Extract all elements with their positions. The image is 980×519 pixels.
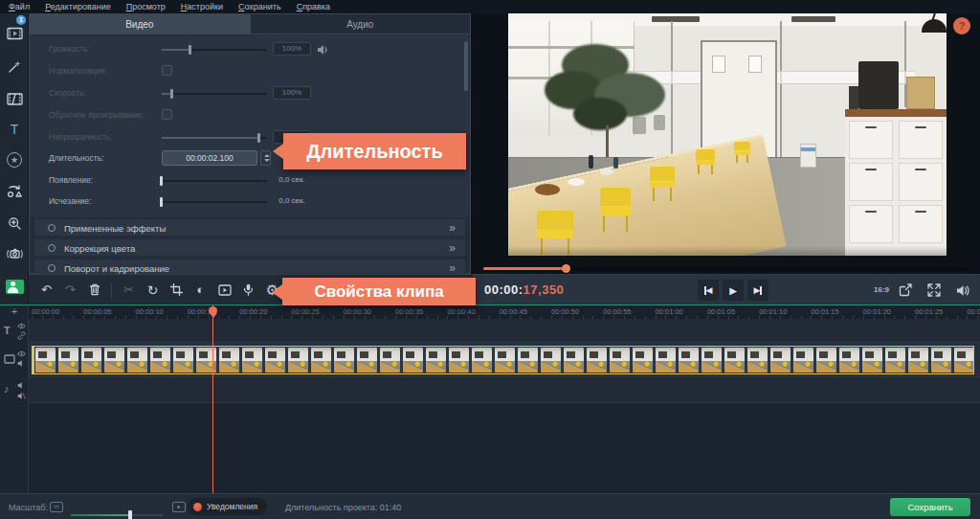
zoom-out-icon[interactable]: ▭	[50, 502, 63, 512]
zoom-slider-handle[interactable]	[128, 510, 132, 519]
volume-button[interactable]	[956, 283, 970, 301]
capture-button[interactable]	[0, 239, 29, 268]
clip-thumbnail[interactable]	[656, 348, 676, 372]
transition-wizard-button[interactable]	[214, 280, 234, 300]
clip-thumbnail[interactable]	[908, 348, 928, 372]
tab-audio[interactable]: Аудио	[251, 14, 471, 34]
speaker-icon[interactable]	[17, 359, 26, 368]
pan-zoom-button[interactable]	[0, 209, 29, 237]
menu-help[interactable]: Справка	[297, 2, 330, 11]
fullscreen-button[interactable]	[927, 283, 941, 301]
speed-slider[interactable]	[162, 93, 267, 95]
clip-thumbnail[interactable]	[587, 348, 607, 372]
notifications-button[interactable]: Уведомления	[188, 498, 267, 515]
aspect-ratio-button[interactable]: 16:9	[874, 285, 889, 294]
crop-button[interactable]	[167, 280, 187, 300]
menu-file[interactable]: Файл	[9, 2, 30, 11]
clip-thumbnail[interactable]	[127, 348, 147, 372]
clip-thumbnail[interactable]	[747, 348, 768, 372]
mute-button[interactable]	[317, 42, 330, 56]
transitions-button[interactable]	[0, 84, 29, 113]
clip-thumbnail[interactable]	[472, 348, 492, 372]
clip-thumbnail[interactable]	[150, 348, 170, 372]
record-voice-button[interactable]	[238, 280, 258, 300]
menu-view[interactable]: Просмотр	[126, 2, 166, 11]
reverse-checkbox[interactable]	[162, 109, 172, 120]
import-media-button[interactable]: 1	[0, 19, 29, 48]
clip-thumbnail[interactable]	[931, 348, 951, 372]
filters-button[interactable]	[0, 52, 29, 80]
cut-button[interactable]: ✂	[119, 280, 139, 300]
clip-thumbnail[interactable]	[449, 348, 469, 372]
menu-edit[interactable]: Редактирование	[45, 2, 111, 11]
title-track-lane[interactable]	[29, 319, 980, 343]
clip-thumbnail[interactable]	[104, 348, 124, 372]
prev-frame-button[interactable]: ◀	[698, 280, 719, 301]
callouts-button[interactable]	[0, 177, 29, 206]
clip-thumbnail[interactable]	[426, 348, 446, 372]
clip-thumbnail[interactable]	[793, 348, 813, 372]
rotate-button[interactable]: ↻	[143, 280, 163, 300]
stickers-button[interactable]: ★	[0, 146, 29, 174]
help-button[interactable]: ?	[953, 17, 970, 34]
tab-video[interactable]: Видео	[30, 14, 251, 34]
play-button[interactable]: ▶	[723, 280, 744, 301]
redo-button[interactable]: ↷	[60, 280, 80, 300]
chroma-key-button[interactable]	[0, 272, 29, 301]
clip-thumbnail[interactable]	[495, 348, 515, 372]
clip-thumbnail[interactable]	[380, 348, 400, 372]
audio-track-lane[interactable]	[29, 377, 980, 403]
color-adjustments-button[interactable]: ◐	[190, 280, 211, 300]
clip-thumbnail[interactable]	[564, 348, 584, 372]
clip-filmstrip[interactable]	[32, 346, 974, 374]
seek-bar[interactable]	[483, 264, 968, 272]
timeline-zoom-slider[interactable]	[71, 514, 163, 516]
clip-thumbnail[interactable]	[724, 348, 745, 372]
duration-input[interactable]: 00:00:02.100	[162, 150, 257, 166]
section-applied-effects[interactable]: Примененные эффекты »	[33, 218, 466, 237]
clip-thumbnail[interactable]	[265, 348, 285, 372]
clip-thumbnail[interactable]	[403, 348, 423, 372]
clip-thumbnail[interactable]	[58, 348, 78, 372]
fade-in-slider[interactable]	[162, 180, 267, 182]
clip-thumbnail[interactable]	[610, 348, 630, 372]
menu-save[interactable]: Сохранить	[238, 2, 281, 11]
clip-thumbnail[interactable]	[81, 348, 101, 372]
link-icon[interactable]	[17, 331, 26, 340]
clip-thumbnail[interactable]	[679, 348, 699, 372]
clip-thumbnail[interactable]	[357, 348, 377, 372]
playhead[interactable]	[212, 305, 213, 494]
clip-thumbnail[interactable]	[954, 348, 974, 372]
clip-thumbnail[interactable]	[839, 348, 859, 372]
clip-thumbnail[interactable]	[885, 348, 905, 372]
next-frame-button[interactable]: ▶	[747, 280, 768, 301]
seek-handle[interactable]	[562, 264, 570, 273]
clip-thumbnail[interactable]	[862, 348, 882, 372]
clip-thumbnail[interactable]	[518, 348, 538, 372]
clip-thumbnail[interactable]	[334, 348, 354, 372]
clip-thumbnail[interactable]	[242, 348, 262, 372]
clip-thumbnail[interactable]	[219, 348, 239, 372]
clip-thumbnail[interactable]	[35, 348, 56, 372]
muted-speaker-icon[interactable]	[17, 392, 26, 400]
clip-thumbnail[interactable]	[702, 348, 722, 372]
volume-slider[interactable]	[162, 49, 267, 51]
delete-button[interactable]	[84, 280, 104, 300]
clip-thumbnail[interactable]	[541, 348, 561, 372]
save-button[interactable]: Сохранить	[890, 498, 970, 516]
add-track-button[interactable]: +	[0, 305, 29, 319]
eye-icon[interactable]	[17, 323, 26, 329]
titles-button[interactable]: T	[0, 115, 29, 144]
clip-thumbnail[interactable]	[816, 348, 836, 372]
clip-thumbnail[interactable]	[311, 348, 331, 372]
fade-out-slider[interactable]	[162, 201, 267, 203]
clip-thumbnail[interactable]	[173, 348, 193, 372]
fit-project-icon[interactable]: ▸	[172, 502, 186, 512]
opacity-slider[interactable]	[162, 137, 267, 139]
export-frame-button[interactable]	[899, 283, 912, 301]
duration-spinner[interactable]	[260, 150, 271, 166]
section-color-correction[interactable]: Коррекция цвета »	[33, 238, 466, 257]
clip-thumbnail[interactable]	[288, 348, 308, 372]
undo-button[interactable]: ↶	[36, 280, 56, 300]
timeline-ruler[interactable]: 00:00:0000:00:0500:00:1000:00:1500:00:20…	[29, 305, 980, 319]
